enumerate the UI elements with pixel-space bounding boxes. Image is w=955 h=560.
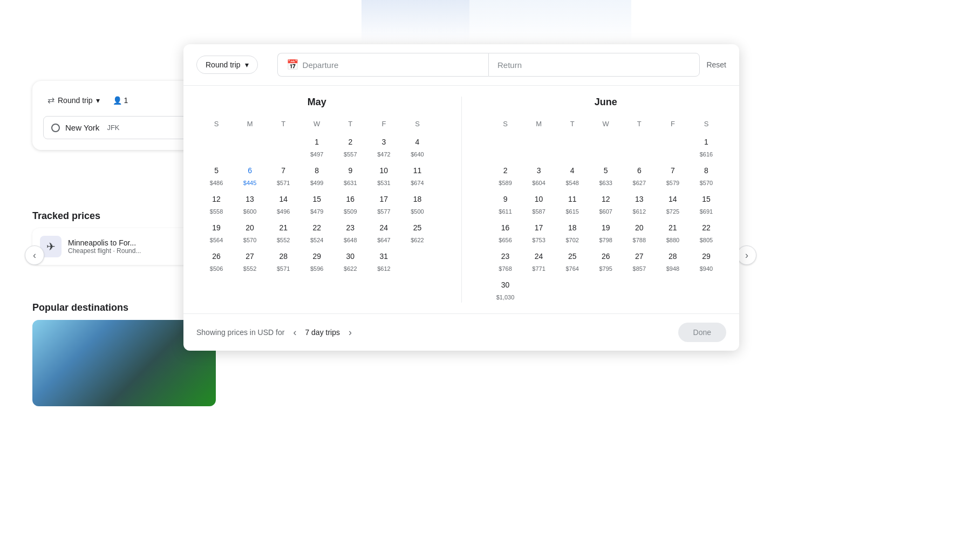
june-empty-end-5 (656, 274, 690, 303)
may-day-11[interactable]: 11$674 (400, 160, 434, 188)
calendar-round-trip-selector[interactable]: Round trip ▾ (196, 56, 258, 74)
june-calendar: June S M T W T F S 1$616 2$589 3$604 (489, 97, 724, 303)
may-day-7[interactable]: 7$571 (267, 160, 300, 188)
june-day-24[interactable]: 24$771 (522, 245, 556, 274)
june-day-13[interactable]: 13$612 (623, 188, 656, 217)
may-day-13[interactable]: 13$600 (233, 188, 267, 217)
may-day-17[interactable]: 17$577 (367, 188, 400, 217)
calendar-icon: 📅 (286, 59, 298, 71)
calendar-body: May S M T W T F S 1$497 2$557 3$472 4$64… (183, 86, 739, 313)
may-day-9[interactable]: 9$631 (333, 160, 367, 188)
departure-input[interactable]: 📅 Departure (277, 53, 488, 77)
june-day-29[interactable]: 29$940 (690, 245, 723, 274)
june-empty-1 (489, 131, 522, 160)
may-day-24[interactable]: 24$647 (367, 217, 400, 245)
june-day-30[interactable]: 30$1,030 (489, 274, 522, 303)
may-day-5[interactable]: 5$486 (200, 160, 233, 188)
carousel-next-button[interactable]: › (737, 245, 756, 265)
may-day-19[interactable]: 19$564 (200, 217, 233, 245)
may-empty-end (400, 245, 434, 274)
may-day-20[interactable]: 20$570 (233, 217, 267, 245)
may-day-22[interactable]: 22$524 (300, 217, 333, 245)
origin-field[interactable]: New York JFK (43, 116, 205, 139)
may-day-26[interactable]: 26$506 (200, 245, 233, 274)
may-day-3[interactable]: 3$472 (367, 131, 400, 160)
return-input[interactable]: Return (488, 53, 700, 77)
may-day-25[interactable]: 25$622 (400, 217, 434, 245)
may-day-16[interactable]: 16$509 (333, 188, 367, 217)
may-day-18[interactable]: 18$500 (400, 188, 434, 217)
trip-days-label: 7 day trips (305, 328, 340, 337)
tracked-route: Minneapolis to For... (68, 238, 141, 247)
june-day-17[interactable]: 17$753 (522, 217, 556, 245)
june-day-18[interactable]: 18$702 (556, 217, 589, 245)
calendar-round-trip-label: Round trip (206, 60, 241, 69)
may-title: May (200, 97, 434, 108)
trip-days-next-button[interactable]: › (344, 325, 356, 340)
may-day-1[interactable]: 1$497 (300, 131, 333, 160)
passengers-button[interactable]: 👤 1 (108, 93, 133, 108)
may-day-10[interactable]: 10$531 (367, 160, 400, 188)
june-day-4[interactable]: 4$548 (556, 160, 589, 188)
june-day-7[interactable]: 7$579 (656, 160, 690, 188)
done-button[interactable]: Done (678, 323, 726, 342)
june-day-header-m1: M (522, 117, 556, 131)
calendar-divider (461, 97, 462, 303)
june-day-27[interactable]: 27$857 (623, 245, 656, 274)
june-empty-4 (589, 131, 623, 160)
calendar-footer: Showing prices in USD for ‹ 7 day trips … (183, 313, 739, 351)
day-header-s2: S (400, 117, 434, 131)
may-day-30[interactable]: 30$622 (333, 245, 367, 274)
may-day-21[interactable]: 21$552 (267, 217, 300, 245)
june-day-14[interactable]: 14$725 (656, 188, 690, 217)
june-day-9[interactable]: 9$611 (489, 188, 522, 217)
may-day-2[interactable]: 2$557 (333, 131, 367, 160)
calendar-dropdown-icon: ▾ (245, 60, 249, 69)
may-day-23[interactable]: 23$648 (333, 217, 367, 245)
may-day-29[interactable]: 29$596 (300, 245, 333, 274)
june-title: June (489, 97, 724, 108)
june-day-8[interactable]: 8$570 (690, 160, 723, 188)
june-grid: S M T W T F S 1$616 2$589 3$604 4$548 (489, 117, 724, 303)
may-day-4[interactable]: 4$640 (400, 131, 434, 160)
june-day-26[interactable]: 26$795 (589, 245, 623, 274)
june-day-28[interactable]: 28$948 (656, 245, 690, 274)
trip-type-button[interactable]: ⇄ Round trip ▾ (43, 92, 104, 108)
may-day-12[interactable]: 12$558 (200, 188, 233, 217)
may-day-27[interactable]: 27$552 (233, 245, 267, 274)
chevron-right-icon: › (745, 250, 748, 261)
june-day-1[interactable]: 1$616 (690, 131, 723, 160)
june-empty-end-3 (589, 274, 623, 303)
trip-days-prev-button[interactable]: ‹ (289, 325, 301, 340)
may-day-14[interactable]: 14$496 (267, 188, 300, 217)
reset-button[interactable]: Reset (706, 60, 726, 69)
june-day-11[interactable]: 11$615 (556, 188, 589, 217)
june-day-22[interactable]: 22$805 (690, 217, 723, 245)
june-day-16[interactable]: 16$656 (489, 217, 522, 245)
june-empty-5 (623, 131, 656, 160)
june-day-15[interactable]: 15$691 (690, 188, 723, 217)
june-day-2[interactable]: 2$589 (489, 160, 522, 188)
origin-code: JFK (107, 124, 119, 132)
june-day-25[interactable]: 25$764 (556, 245, 589, 274)
june-day-21[interactable]: 21$880 (656, 217, 690, 245)
june-day-3[interactable]: 3$604 (522, 160, 556, 188)
june-day-20[interactable]: 20$788 (623, 217, 656, 245)
june-day-19[interactable]: 19$798 (589, 217, 623, 245)
june-day-6[interactable]: 6$627 (623, 160, 656, 188)
calendar-overlay: Round trip ▾ 📅 Departure Return Reset Ma… (183, 44, 739, 351)
may-day-15[interactable]: 15$479 (300, 188, 333, 217)
june-day-5[interactable]: 5$633 (589, 160, 623, 188)
may-day-6[interactable]: 6$445 (233, 160, 267, 188)
may-day-31[interactable]: 31$612 (367, 245, 400, 274)
june-empty-end-1 (522, 274, 556, 303)
may-day-28[interactable]: 28$571 (267, 245, 300, 274)
june-day-10[interactable]: 10$587 (522, 188, 556, 217)
carousel-prev-button[interactable]: ‹ (25, 245, 44, 265)
day-header-f1: F (367, 117, 400, 131)
tracked-item-info: Minneapolis to For... Cheapest flight · … (68, 238, 141, 255)
june-day-header-s2: S (690, 117, 723, 131)
june-day-12[interactable]: 12$607 (589, 188, 623, 217)
may-day-8[interactable]: 8$499 (300, 160, 333, 188)
june-day-23[interactable]: 23$768 (489, 245, 522, 274)
